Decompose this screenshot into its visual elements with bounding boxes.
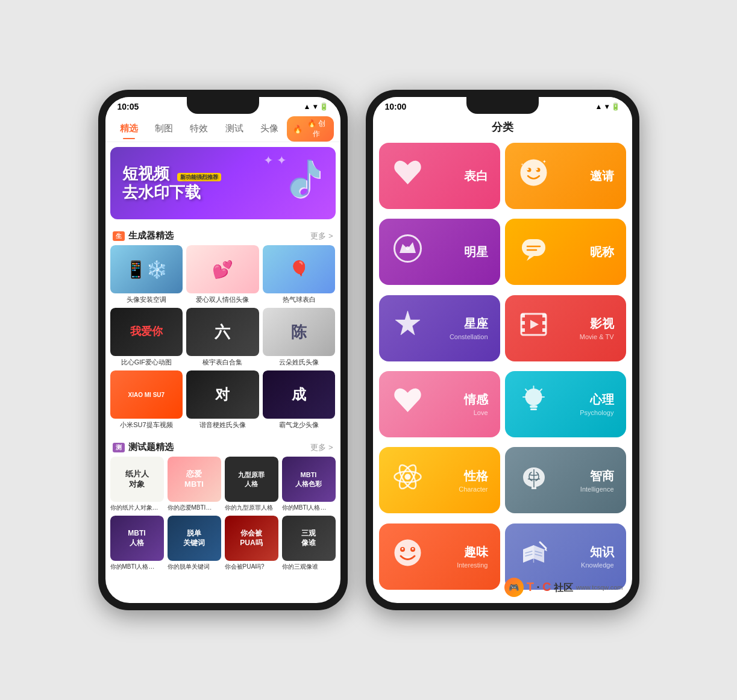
tab-zhitu[interactable]: 制图 [146, 119, 181, 139]
section1-header: 生 生成器精选 更多 > [105, 224, 340, 245]
test-label-5: 你的MBTI人格… [110, 563, 164, 571]
svg-line-43 [540, 542, 546, 548]
grid-thumb-4: 我爱你 [110, 308, 183, 356]
cat-xinli[interactable]: 心理 Psychology [505, 371, 626, 437]
banner-stars: ✦ ✦ [263, 153, 287, 167]
svg-rect-15 [521, 328, 525, 332]
svg-point-37 [412, 548, 413, 550]
scroll-area-left[interactable]: 短视频 新功能强烈推荐 去水印下载 ✦ ✦ 生 生成器精选 [105, 142, 340, 592]
cat-text-xinli: 心理 Psychology [580, 392, 613, 416]
test-grid-row2: MBTI人格 你的MBTI人格… 脱单关键词 你的脱单关键词 你会被PUA吗 你… [105, 512, 340, 571]
cat-nicheng[interactable]: 昵称 [505, 219, 626, 285]
wm-url: www.tcsqw.com [576, 584, 623, 591]
tab-touxiang[interactable]: 头像 [252, 119, 287, 139]
svg-line-26 [525, 389, 527, 391]
grid-item-8[interactable]: 对 谐音梗姓氏头像 [186, 370, 259, 430]
cat-quwei[interactable]: 趣味 Interesting [379, 523, 500, 590]
svg-rect-22 [530, 408, 537, 410]
svg-rect-21 [530, 405, 538, 408]
cat-yaoqing[interactable]: ✦ ✦ 邀请 [505, 143, 626, 209]
grid-icon-5: 六 [215, 322, 230, 343]
test-label-6: 你的脱单关键词 [168, 563, 221, 571]
section2-more[interactable]: 更多 > [310, 442, 333, 453]
test-item-2[interactable]: 恋爱MBTI 你的恋爱MBTI… [168, 457, 221, 512]
section1-title: 生 生成器精选 [113, 230, 174, 242]
grid-label-8: 谐音梗姓氏头像 [186, 420, 259, 430]
test-thumb-3: 九型原罪人格 [225, 457, 278, 502]
grid-item-6[interactable]: 陈 云朵姓氏头像 [263, 308, 336, 367]
test-item-4[interactable]: MBTI人格色彩 你的MBTI人格… [282, 457, 336, 512]
grid-icon-8: 对 [215, 385, 230, 404]
bulb-icon [517, 384, 550, 424]
grid-item-3[interactable]: 🎈 热气球表白 [263, 245, 336, 304]
cat-xingzuo[interactable]: 星座 Constellation [379, 295, 500, 361]
grid-item-1[interactable]: 📱❄️ 头像安装空调 [110, 245, 183, 304]
brain-icon [517, 460, 550, 501]
grid-thumb-1: 📱❄️ [110, 245, 183, 293]
tiktok-icon [287, 158, 324, 208]
signal-icon: ▲ [304, 102, 311, 111]
svg-line-27 [540, 389, 542, 391]
section2-badge: 测 [113, 443, 125, 452]
cat-text-qinggan: 情感 Love [464, 392, 488, 416]
tab-create[interactable]: 🔥 🔥 创作 [287, 116, 334, 142]
screen-right: 10:00 ▲ ▾ 🔋 分类 表白 [373, 97, 632, 603]
tab-jingxuan[interactable]: 精选 [111, 119, 146, 139]
test-item-6[interactable]: 脱单关键词 你的脱单关键词 [168, 516, 221, 571]
chat-icon [517, 232, 550, 272]
grid-item-7[interactable]: XIAO MI SU7 小米SU7提车视频 [110, 370, 183, 430]
watermark-right: 🎮 T · C 社区 www.tcsqw.com [504, 578, 623, 597]
banner[interactable]: 短视频 新功能强烈推荐 去水印下载 ✦ ✦ [110, 147, 336, 219]
test-label-1: 你的纸片人对象… [110, 504, 164, 512]
section2-title: 测 测试题精选 [113, 442, 174, 453]
heart2-icon [391, 384, 424, 424]
svg-rect-18 [542, 328, 546, 332]
cat-text-zhishi: 知识 Knowledge [581, 544, 613, 569]
atom-icon [391, 460, 424, 501]
test-thumb-2: 恋爱MBTI [168, 457, 221, 502]
grid-thumb-2: 💕 [186, 245, 259, 293]
cat-qinggan[interactable]: 情感 Love [379, 371, 500, 437]
star-icon [391, 308, 424, 348]
banner-text-line1: 短视频 新功能强烈推荐 [122, 164, 221, 183]
grid-item-5[interactable]: 六 棱宇表白合集 [186, 308, 259, 367]
grid-icon-4: 我爱你 [130, 326, 163, 338]
grid-item-2[interactable]: 💕 爱心双人情侣头像 [186, 245, 259, 304]
cat-zhishang[interactable]: 智商 Intelligence [505, 447, 626, 513]
cat-biaobai[interactable]: 表白 [379, 143, 500, 209]
grid-item-4[interactable]: 我爱你 比心GIF爱心动图 [110, 308, 183, 367]
grid-thumb-3: 🎈 [263, 245, 336, 293]
tab-ceshi[interactable]: 测试 [216, 119, 251, 139]
cat-text-quwei: 趣味 Interesting [457, 544, 488, 569]
test-thumb-8: 三观像谁 [282, 516, 336, 561]
wm-person-icon: 🎮 [504, 578, 524, 597]
smiley-icon: ✦ ✦ [517, 156, 550, 196]
tab-texiao[interactable]: 特效 [181, 119, 216, 139]
svg-marker-19 [530, 320, 539, 329]
nav-tabs: 精选 制图 特效 测试 头像 🔥 🔥 创作 [105, 114, 340, 142]
test-thumb-6: 脱单关键词 [168, 516, 221, 561]
test-item-5[interactable]: MBTI人格 你的MBTI人格… [110, 516, 164, 571]
laugh-icon [391, 536, 424, 577]
cat-text-mingxing: 明星 [464, 244, 488, 260]
test-grid-row1: 纸片人对象 你的纸片人对象… 恋爱MBTI 你的恋爱MBTI… 九型原罪人格 你… [105, 457, 340, 512]
cat-mingxing[interactable]: 明星 [379, 219, 500, 285]
test-item-1[interactable]: 纸片人对象 你的纸片人对象… [110, 457, 164, 512]
test-thumb-5: MBTI人格 [110, 516, 164, 561]
grid-icon-2: 💕 [212, 260, 233, 280]
cat-yingshi[interactable]: 影视 Movie & TV [505, 295, 626, 361]
cat-xingge[interactable]: 性格 Character [379, 447, 500, 513]
test-item-8[interactable]: 三观像谁 你的三观像谁 [282, 516, 336, 571]
test-item-3[interactable]: 九型原罪人格 你的九型原罪人格 [225, 457, 278, 512]
svg-rect-17 [542, 321, 546, 325]
grid-label-3: 热气球表白 [263, 295, 336, 304]
wifi-icon: ▾ [313, 102, 317, 111]
book-icon [517, 536, 550, 577]
svg-text:✦: ✦ [521, 163, 524, 166]
grid-item-9[interactable]: 成 霸气龙少头像 [263, 370, 336, 430]
section1-more[interactable]: 更多 > [310, 231, 333, 242]
banner-text-line2: 去水印下载 [122, 183, 221, 202]
banner-content: 短视频 新功能强烈推荐 去水印下载 [122, 164, 221, 202]
test-item-7[interactable]: 你会被PUA吗 你会被PUA吗? [225, 516, 278, 571]
grid-thumb-7: XIAO MI SU7 [110, 370, 183, 419]
